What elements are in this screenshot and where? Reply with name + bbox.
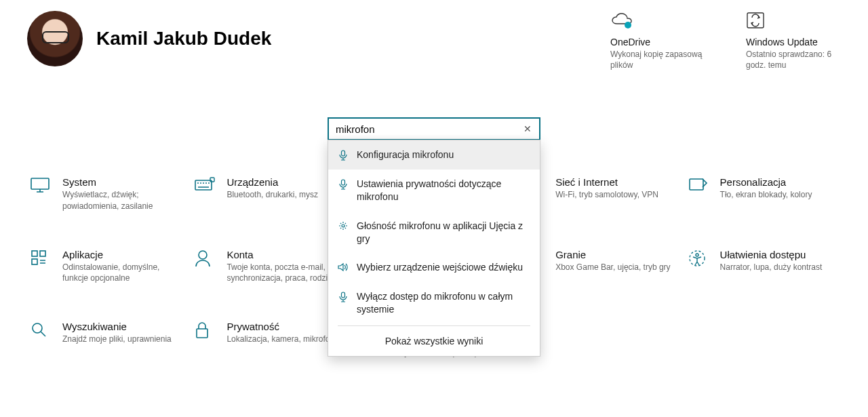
category-title: Ułatwienia dostępu (720, 249, 823, 260)
search-result-3[interactable]: Wybierz urządzenie wejściowe dźwięku (328, 253, 540, 282)
divider (338, 325, 530, 326)
category-privacy[interactable]: Prywatność Lokalizacja, kamera, mikrofon (194, 321, 344, 359)
category-search[interactable]: Wyszukiwanie Znajdź moje pliki, uprawnie… (30, 321, 180, 359)
search-result-text: Wybierz urządzenie wejściowe dźwięku (357, 261, 523, 274)
svg-rect-1 (747, 13, 764, 28)
sync-icon (746, 9, 841, 31)
avatar[interactable] (27, 11, 83, 66)
search-icon (30, 321, 52, 359)
svg-rect-2 (342, 151, 345, 156)
search-result-2[interactable]: Głośność mikrofonu w aplikacji Ujęcia z … (328, 212, 540, 254)
category-desc: Narrator, lupa, duży kontrast (720, 262, 823, 273)
svg-rect-5 (342, 292, 345, 298)
category-devices[interactable]: Urządzenia Bluetooth, drukarki, mysz (194, 176, 344, 212)
mic-icon (338, 150, 349, 161)
category-personalization[interactable]: Personalizacja Tło, ekran blokady, kolor… (688, 176, 838, 212)
search-result-4[interactable]: Wyłącz dostęp do mikrofonu w całym syste… (328, 282, 540, 324)
category-gaming[interactable]: Granie Xbox Game Bar, ujęcia, tryb gry (523, 249, 673, 285)
speaker-icon (338, 262, 349, 272)
svg-point-4 (342, 224, 344, 227)
accessibility-icon (688, 249, 709, 285)
person-icon (194, 249, 216, 285)
category-desc: Wi-Fi, tryb samolotowy, VPN (555, 189, 658, 201)
display-icon (30, 176, 52, 212)
category-desc: Odinstalowanie, domyślne, funkcje opcjon… (62, 262, 178, 285)
search-input[interactable] (336, 123, 520, 135)
category-title: System (62, 176, 178, 188)
search-result-text: Ustawienia prywatności dotyczące mikrofo… (357, 178, 530, 203)
search-results: Konfiguracja mikrofonu Ustawienia prywat… (328, 140, 540, 357)
category-desc: Twoje konta, poczta e-mail, synchronizac… (226, 262, 342, 285)
user-block[interactable]: Kamil Jakub Dudek (27, 7, 271, 71)
search-panel: ✕ Konfiguracja mikrofonu Ustawienia pryw… (328, 117, 540, 357)
clear-icon[interactable]: ✕ (520, 121, 535, 136)
category-apps[interactable]: Aplikacje Odinstalowanie, domyślne, funk… (30, 249, 180, 285)
mic-icon (338, 292, 349, 302)
onedrive-card[interactable]: OneDrive Wykonaj kopię zapasową plików (610, 9, 705, 71)
category-title: Sieć i Internet (555, 176, 658, 188)
paint-icon (688, 176, 709, 212)
svg-point-19 (33, 323, 42, 333)
category-title: Personalizacja (720, 176, 812, 188)
svg-rect-8 (210, 178, 214, 182)
onedrive-title: OneDrive (610, 37, 705, 47)
category-desc: Bluetooth, drukarki, mysz (226, 189, 318, 201)
search-box[interactable]: ✕ (328, 117, 540, 140)
category-title: Wyszukiwanie (62, 321, 172, 332)
category-title: Prywatność (226, 321, 334, 332)
category-desc: Znajdź moje pliki, uprawnienia (62, 334, 172, 345)
svg-rect-3 (342, 180, 345, 185)
user-name: Kamil Jakub Dudek (96, 28, 271, 49)
category-title: Konta (226, 249, 342, 260)
svg-rect-14 (32, 259, 37, 264)
svg-point-0 (625, 22, 631, 28)
category-system[interactable]: System Wyświetlacz, dźwięk; powiadomieni… (30, 176, 180, 212)
category-accessibility[interactable]: Ułatwienia dostępu Narrator, lupa, duży … (688, 249, 838, 285)
svg-point-15 (199, 251, 207, 259)
svg-rect-20 (197, 329, 208, 338)
category-title: Granie (555, 249, 670, 260)
svg-rect-7 (195, 180, 212, 190)
category-desc: Tło, ekran blokady, kolory (720, 189, 812, 201)
category-desc: Wyświetlacz, dźwięk; powiadomienia, zasi… (62, 189, 178, 212)
svg-rect-11 (690, 179, 703, 190)
category-network[interactable]: Sieć i Internet Wi-Fi, tryb samolotowy, … (523, 176, 673, 212)
apps-icon (30, 249, 52, 285)
category-accounts[interactable]: Konta Twoje konta, poczta e-mail, synchr… (194, 249, 344, 285)
mic-icon (338, 179, 349, 190)
category-title: Aplikacje (62, 249, 178, 260)
search-result-1[interactable]: Ustawienia prywatności dotyczące mikrofo… (328, 170, 540, 212)
svg-rect-13 (40, 251, 45, 256)
show-all-results[interactable]: Pokaż wszystkie wyniki (328, 327, 540, 356)
category-desc: Xbox Game Bar, ujęcia, tryb gry (555, 262, 670, 273)
svg-rect-12 (32, 251, 37, 256)
onedrive-desc: Wykonaj kopię zapasową plików (610, 49, 705, 71)
gear-icon (338, 221, 349, 231)
update-desc: Ostatnio sprawdzano: 6 godz. temu (746, 49, 841, 71)
category-title: Urządzenia (226, 176, 318, 188)
lock-icon (194, 321, 216, 359)
update-card[interactable]: Windows Update Ostatnio sprawdzano: 6 go… (746, 9, 841, 71)
keyboard-icon (194, 176, 216, 212)
svg-rect-6 (31, 178, 49, 189)
search-result-text: Konfiguracja mikrofonu (357, 148, 454, 161)
update-title: Windows Update (746, 37, 841, 47)
search-result-text: Głośność mikrofonu w aplikacji Ujęcia z … (357, 220, 530, 245)
svg-point-18 (696, 254, 698, 256)
search-result-0[interactable]: Konfiguracja mikrofonu (328, 140, 540, 170)
category-desc: Lokalizacja, kamera, mikrofon (226, 334, 334, 345)
onedrive-icon (610, 9, 705, 31)
search-result-text: Wyłącz dostęp do mikrofonu w całym syste… (357, 290, 530, 316)
